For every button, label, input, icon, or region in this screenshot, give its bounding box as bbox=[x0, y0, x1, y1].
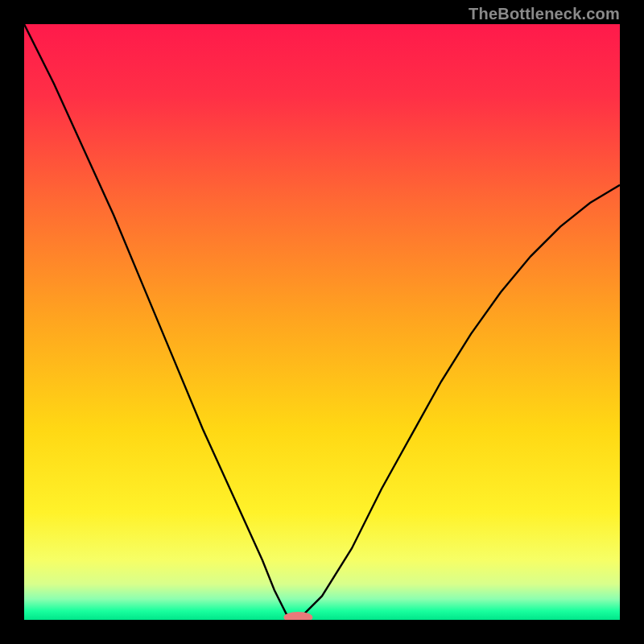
bottleneck-chart bbox=[24, 24, 620, 620]
plot-area bbox=[24, 24, 620, 620]
watermark-text: TheBottleneck.com bbox=[469, 5, 620, 23]
gradient-background bbox=[24, 24, 620, 620]
chart-frame: TheBottleneck.com bbox=[0, 0, 644, 644]
